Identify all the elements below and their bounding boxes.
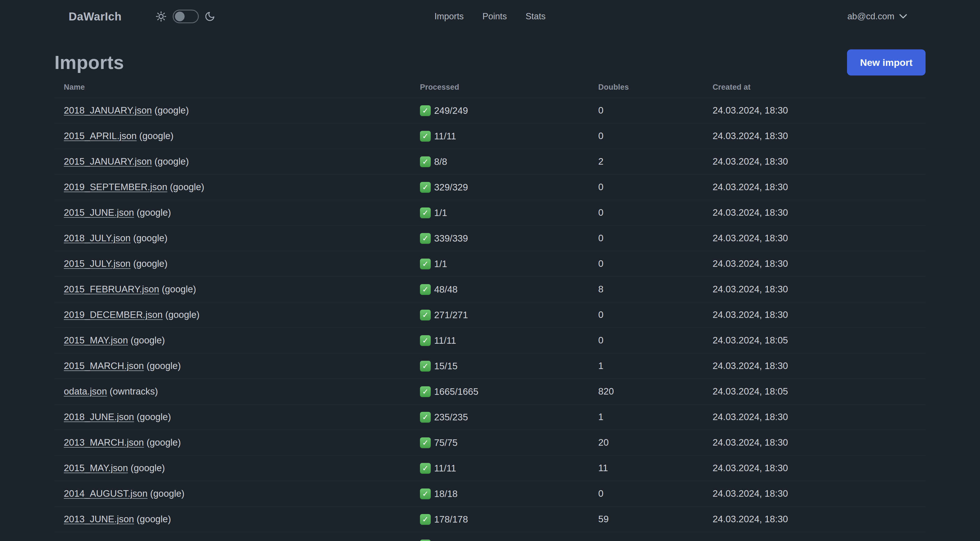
cell-name: 2013_MARCH.json (google): [54, 430, 420, 455]
cell-created-at: 24.03.2024, 18:30: [713, 404, 926, 430]
import-source: (google): [128, 463, 165, 473]
success-check-icon: ✓: [420, 156, 431, 167]
import-file-link[interactable]: odata.json: [64, 386, 107, 397]
theme-switch[interactable]: [173, 10, 199, 23]
import-file-link[interactable]: 2019_DECEMBER.json: [64, 310, 163, 320]
import-file-link[interactable]: 2013_MARCH.json: [64, 437, 144, 448]
import-file-link[interactable]: 2015_FEBRUARY.json: [64, 284, 159, 294]
cell-created-at: 24.03.2024, 18:05: [713, 327, 926, 353]
table-body: 2018_JANUARY.json (google)✓249/249024.03…: [54, 97, 926, 541]
cell-name: 2018_JANUARY.json (google): [54, 97, 420, 123]
table-row: 2013_JUNE.json (google)✓178/1785924.03.2…: [54, 506, 926, 532]
column-header-name: Name: [54, 77, 420, 97]
theme-toggle: [155, 10, 215, 23]
processed-count: 1/1: [434, 207, 447, 218]
user-menu-button[interactable]: ab@cd.com: [847, 11, 907, 22]
cell-processed: ✓1665/1665: [420, 379, 598, 404]
cell-processed: ✓48/48: [420, 276, 598, 302]
import-file-link[interactable]: 2018_JUNE.json: [64, 412, 134, 422]
cell-processed: ✓329/329: [420, 174, 598, 200]
cell-name: 2015_FEBRUARY.json (google): [54, 276, 420, 302]
processed-count: 11/11: [434, 335, 456, 346]
cell-processed: ✓: [420, 532, 598, 541]
cell-processed: ✓339/339: [420, 225, 598, 251]
column-header-created-at: Created at: [713, 77, 926, 97]
import-source: (google): [128, 335, 165, 345]
import-source: (google): [148, 488, 184, 499]
cell-name: 2015_JUNE.json (google): [54, 200, 420, 225]
cell-created-at: [713, 532, 926, 541]
import-source: (google): [167, 182, 204, 192]
cell-processed: ✓1/1: [420, 251, 598, 276]
cell-processed: ✓11/11: [420, 123, 598, 149]
cell-processed: ✓1/1: [420, 200, 598, 225]
cell-created-at: 24.03.2024, 18:30: [713, 276, 926, 302]
cell-doubles: 0: [598, 327, 713, 353]
import-file-link[interactable]: 2015_MAY.json: [64, 335, 128, 345]
import-file-link[interactable]: 2018_JULY.json: [64, 233, 130, 243]
table-row: 2015_MAY.json (google)✓11/11024.03.2024,…: [54, 327, 926, 353]
cell-name: 2019_SEPTEMBER.json (google): [54, 174, 420, 200]
cell-created-at: 24.03.2024, 18:30: [713, 97, 926, 123]
import-file-link[interactable]: 2019_SEPTEMBER.json: [64, 182, 167, 192]
import-file-link[interactable]: 2015_JUNE.json: [64, 207, 134, 218]
cell-processed: ✓249/249: [420, 97, 598, 123]
import-source: (google): [159, 284, 196, 294]
table-row: 2018_JANUARY.json (google)✓249/249024.03…: [54, 97, 926, 123]
table-row: 2015_JUNE.json (google)✓1/1024.03.2024, …: [54, 200, 926, 225]
main-content: Imports New import Name Processed Double…: [54, 49, 926, 541]
cell-created-at: 24.03.2024, 18:30: [713, 200, 926, 225]
nav-link-stats[interactable]: Stats: [525, 11, 546, 22]
import-file-link[interactable]: 2013_JUNE.json: [64, 514, 134, 524]
theme-switch-knob: [175, 12, 185, 21]
column-header-processed: Processed: [420, 77, 598, 97]
cell-doubles: 0: [598, 225, 713, 251]
new-import-button[interactable]: New import: [847, 49, 926, 75]
cell-name: 2013_JUNE.json (google): [54, 506, 420, 532]
cell-created-at: 24.03.2024, 18:30: [713, 149, 926, 174]
cell-doubles: 0: [598, 200, 713, 225]
processed-count: 11/11: [434, 131, 456, 141]
cell-processed: ✓11/11: [420, 455, 598, 481]
success-check-icon: ✓: [420, 259, 431, 270]
import-file-link[interactable]: 2015_APRIL.json: [64, 131, 137, 141]
cell-created-at: 24.03.2024, 18:30: [713, 225, 926, 251]
processed-count: 178/178: [434, 514, 468, 525]
table-row: 2019_SEPTEMBER.json (google)✓329/329024.…: [54, 174, 926, 200]
import-file-link[interactable]: 2015_JANUARY.json: [64, 156, 152, 167]
import-source: (owntracks): [107, 386, 158, 397]
cell-name: 2018_JUNE.json (google): [54, 404, 420, 430]
processed-count: 8/8: [434, 156, 447, 167]
page-title: Imports: [54, 52, 124, 73]
cell-doubles: 0: [598, 481, 713, 506]
processed-count: 15/15: [434, 361, 458, 371]
table-row: 2013_MARCH.json (google)✓75/752024.03.20…: [54, 430, 926, 455]
import-source: (google): [144, 361, 181, 371]
processed-count: 18/18: [434, 488, 458, 499]
table-row: 2018_JUNE.json (google)✓235/235124.03.20…: [54, 404, 926, 430]
import-file-link[interactable]: 2018_JANUARY.json: [64, 105, 152, 115]
import-file-link[interactable]: 2015_MAY.json: [64, 463, 128, 473]
processed-count: 339/339: [434, 233, 468, 244]
import-file-link[interactable]: 2015_JULY.json: [64, 258, 130, 269]
import-source: (google): [144, 437, 181, 448]
processed-count: 235/235: [434, 412, 468, 422]
title-row: Imports New import: [54, 49, 926, 75]
nav-link-imports[interactable]: Imports: [434, 11, 464, 22]
processed-count: 249/249: [434, 105, 468, 116]
main-nav: ImportsPointsStats: [434, 11, 546, 22]
table-row: 2015_JULY.json (google)✓1/1024.03.2024, …: [54, 251, 926, 276]
cell-doubles: 20: [598, 430, 713, 455]
cell-doubles: 2: [598, 149, 713, 174]
processed-count: 1665/1665: [434, 386, 478, 397]
nav-link-points[interactable]: Points: [482, 11, 507, 22]
cell-processed: ✓235/235: [420, 404, 598, 430]
cell-doubles: 59: [598, 506, 713, 532]
import-source: (google): [134, 207, 171, 218]
cell-doubles: 8: [598, 276, 713, 302]
table-row: 2015_APRIL.json (google)✓11/11024.03.202…: [54, 123, 926, 149]
import-file-link[interactable]: 2015_MARCH.json: [64, 361, 144, 371]
cell-created-at: 24.03.2024, 18:30: [713, 430, 926, 455]
import-source: (google): [152, 105, 189, 115]
import-file-link[interactable]: 2014_AUGUST.json: [64, 488, 148, 499]
